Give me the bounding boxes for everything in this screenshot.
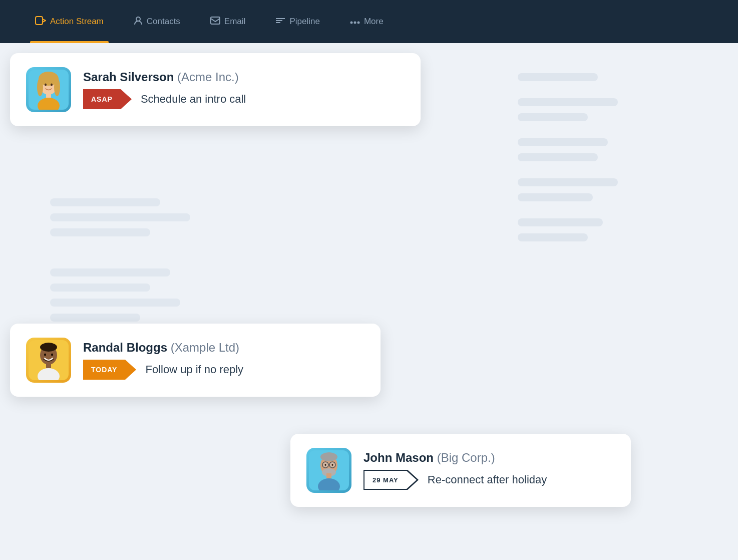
skeleton-bar xyxy=(50,268,170,276)
skeleton-bar xyxy=(50,198,160,206)
svg-point-20 xyxy=(40,343,57,352)
nav-pipeline[interactable]: Pipeline xyxy=(270,0,325,43)
svg-point-21 xyxy=(44,354,46,356)
skeleton-bar xyxy=(50,284,150,292)
avatar-john xyxy=(306,448,351,493)
priority-row-sarah: ASAP Schedule an intro call xyxy=(83,89,405,109)
badge-arrow-sarah xyxy=(121,89,132,109)
nav-action-stream-label: Action Stream xyxy=(50,17,104,27)
nav-email-label: Email xyxy=(224,17,246,27)
contact-card-sarah[interactable]: Sarah Silverson (Acme Inc.) ASAP Schedul… xyxy=(10,53,421,126)
contact-card-randal[interactable]: Randal Bloggs (Xample Ltd) TODAY Follow … xyxy=(10,324,381,397)
skeleton-group-left-2 xyxy=(50,268,240,322)
skeleton-bar xyxy=(518,113,588,121)
priority-badge-randal: TODAY xyxy=(83,360,136,380)
svg-point-16 xyxy=(45,84,47,86)
avatar-sarah xyxy=(26,67,71,112)
skeleton-bar xyxy=(50,213,190,221)
nav-email[interactable]: Email xyxy=(205,0,251,43)
svg-point-8 xyxy=(357,22,359,24)
main-content: Sarah Silverson (Acme Inc.) ASAP Schedul… xyxy=(0,43,738,560)
skeleton-bar xyxy=(518,98,618,106)
svg-rect-0 xyxy=(36,17,43,25)
svg-rect-2 xyxy=(211,17,220,24)
priority-badge-sarah: ASAP xyxy=(83,89,132,109)
contact-name-sarah: Sarah Silverson (Acme Inc.) xyxy=(83,70,405,84)
badge-arrow-john xyxy=(408,470,419,490)
card-info-randal: Randal Bloggs (Xample Ltd) TODAY Follow … xyxy=(83,341,364,380)
nav-contacts-label: Contacts xyxy=(147,17,180,27)
more-dots-icon xyxy=(350,17,360,26)
priority-row-randal: TODAY Follow up if no reply xyxy=(83,360,364,380)
svg-rect-35 xyxy=(326,473,331,478)
card-info-john: John Mason (Big Corp.) 29 MAY Re-connect… xyxy=(363,451,615,490)
skeleton-bar xyxy=(50,228,150,236)
action-stream-icon xyxy=(35,16,46,27)
svg-point-6 xyxy=(350,22,352,24)
skeleton-bar xyxy=(518,193,593,201)
nav-more-label: More xyxy=(364,17,384,27)
contact-card-john[interactable]: John Mason (Big Corp.) 29 MAY Re-connect… xyxy=(290,434,631,507)
skeleton-bar xyxy=(518,218,603,226)
task-text-randal: Follow up if no reply xyxy=(145,363,243,376)
navbar: Action Stream Contacts Email Pip xyxy=(0,0,738,43)
priority-row-john: 29 MAY Re-connect after holiday xyxy=(363,470,615,490)
skeleton-bar xyxy=(50,299,180,307)
badge-label-sarah: ASAP xyxy=(83,89,121,109)
skeleton-bar xyxy=(518,178,618,186)
avatar-randal xyxy=(26,338,71,383)
priority-badge-john: 29 MAY xyxy=(363,470,419,490)
svg-point-1 xyxy=(136,17,140,21)
svg-point-17 xyxy=(51,84,53,86)
svg-point-12 xyxy=(37,78,43,96)
badge-arrow-randal xyxy=(125,360,136,380)
skeleton-bar xyxy=(518,138,608,146)
contact-name-john: John Mason (Big Corp.) xyxy=(363,451,615,465)
nav-more[interactable]: More xyxy=(345,0,389,43)
skeleton-group-right xyxy=(518,73,708,241)
nav-pipeline-label: Pipeline xyxy=(289,17,320,27)
nav-action-stream[interactable]: Action Stream xyxy=(30,0,109,43)
skeleton-bar xyxy=(518,73,598,81)
svg-point-13 xyxy=(54,78,60,96)
svg-point-7 xyxy=(353,22,356,24)
skeleton-bar xyxy=(50,314,140,322)
svg-point-33 xyxy=(332,464,333,466)
badge-label-randal: TODAY xyxy=(83,360,125,380)
svg-rect-24 xyxy=(46,363,51,368)
card-info-sarah: Sarah Silverson (Acme Inc.) ASAP Schedul… xyxy=(83,70,405,109)
badge-label-john: 29 MAY xyxy=(363,470,408,490)
skeleton-group-left-1 xyxy=(50,198,240,236)
email-icon xyxy=(210,17,220,27)
task-text-john: Re-connect after holiday xyxy=(428,473,547,486)
person-icon xyxy=(134,16,143,27)
svg-point-32 xyxy=(325,464,326,466)
svg-point-22 xyxy=(51,354,53,356)
nav-contacts[interactable]: Contacts xyxy=(129,0,185,43)
skeleton-bar xyxy=(518,233,588,241)
skeleton-bar xyxy=(518,153,598,161)
task-text-sarah: Schedule an intro call xyxy=(141,93,246,106)
svg-point-27 xyxy=(320,452,337,461)
contact-name-randal: Randal Bloggs (Xample Ltd) xyxy=(83,341,364,355)
pipeline-icon xyxy=(275,17,285,27)
svg-rect-15 xyxy=(46,93,51,98)
